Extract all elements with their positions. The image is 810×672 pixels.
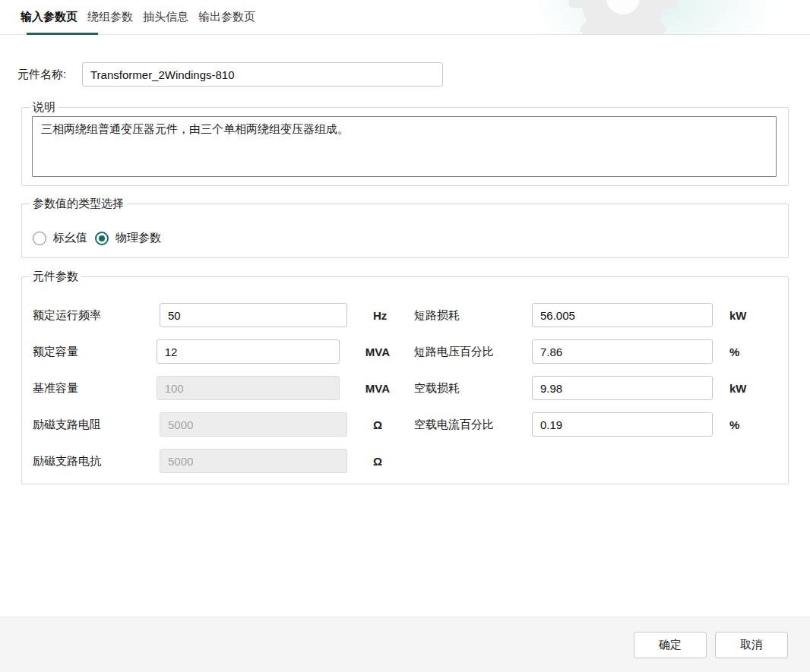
tab-label: 输入参数页 — [21, 10, 78, 24]
parameters-column-left: 额定运行频率 Hz 额定容量 MVA 基准容量 MVA 励磁支路 — [33, 303, 390, 485]
param-unit: Ω — [373, 418, 382, 431]
param-label: 短路损耗 — [414, 308, 532, 323]
component-name-input[interactable] — [82, 62, 443, 87]
param-unit: Ω — [373, 455, 382, 468]
param-input[interactable] — [160, 303, 347, 327]
param-label: 额定容量 — [33, 345, 157, 359]
param-label: 额定运行频率 — [33, 308, 160, 323]
component-name-row: 元件名称: — [17, 62, 443, 87]
parameters-legend: 元件参数 — [30, 270, 81, 284]
param-input[interactable] — [532, 303, 713, 327]
param-input — [157, 376, 340, 400]
param-unit: % — [729, 345, 739, 358]
tab-label: 输出参数页 — [198, 10, 255, 24]
param-unit: MVA — [365, 345, 390, 358]
param-input[interactable] — [157, 339, 340, 364]
radio-option-label: 标幺值 — [53, 231, 87, 245]
param-row: 额定容量 MVA — [33, 339, 390, 364]
tab-item[interactable]: 输入参数页 — [21, 0, 78, 35]
param-unit: % — [729, 418, 739, 431]
param-label: 励磁支路电抗 — [33, 454, 160, 469]
param-input — [160, 449, 347, 473]
param-type-groupbox: 参数值的类型选择 标幺值 物理参数 — [21, 197, 789, 258]
parameters-columns: 额定运行频率 Hz 额定容量 MVA 基准容量 MVA 励磁支路 — [33, 303, 788, 485]
param-input — [160, 412, 347, 437]
tab-bar: 输入参数页 绕组参数 抽头信息 输出参数页 — [0, 0, 810, 35]
radio-option[interactable]: 标幺值 — [33, 231, 87, 245]
radio-button-icon[interactable] — [33, 232, 46, 245]
parameters-column-right: 短路损耗 kW 短路电压百分比 % 空载损耗 kW 空载电流百分 — [414, 303, 747, 449]
tab-item[interactable]: 输出参数页 — [198, 0, 255, 35]
description-textarea[interactable]: 三相两绕组普通变压器元件，由三个单相两绕组变压器组成。 — [32, 116, 777, 177]
tab-label: 抽头信息 — [143, 10, 188, 24]
param-input[interactable] — [532, 339, 713, 364]
param-label: 空载电流百分比 — [414, 418, 532, 432]
tab-label: 绕组参数 — [87, 10, 133, 24]
cancel-button[interactable]: 取消 — [715, 632, 788, 658]
param-row: 励磁支路电抗 Ω — [33, 449, 390, 473]
description-legend: 说明 — [30, 100, 59, 115]
param-row: 短路损耗 kW — [414, 303, 747, 327]
param-row: 空载电流百分比 % — [414, 412, 747, 437]
param-row: 短路电压百分比 % — [414, 339, 747, 364]
param-label: 短路电压百分比 — [414, 345, 532, 359]
param-type-legend: 参数值的类型选择 — [30, 197, 127, 211]
param-input[interactable] — [532, 412, 713, 437]
radio-option-label: 物理参数 — [115, 231, 161, 245]
description-groupbox: 说明 三相两绕组普通变压器元件，由三个单相两绕组变压器组成。 — [21, 100, 789, 186]
param-type-radio-group: 标幺值 物理参数 — [33, 231, 788, 245]
param-unit: kW — [729, 382, 747, 395]
radio-option[interactable]: 物理参数 — [95, 231, 161, 245]
component-name-label: 元件名称: — [17, 68, 82, 82]
param-unit: kW — [729, 309, 747, 322]
param-label: 空载损耗 — [414, 381, 532, 396]
param-label: 基准容量 — [33, 381, 157, 396]
param-row: 励磁支路电阻 Ω — [33, 412, 390, 437]
parameters-groupbox: 元件参数 额定运行频率 Hz 额定容量 MVA 基准容量 — [21, 270, 789, 484]
radio-button-icon[interactable] — [95, 232, 109, 245]
param-input[interactable] — [532, 376, 713, 400]
param-label: 励磁支路电阻 — [33, 418, 160, 432]
param-row: 基准容量 MVA — [33, 376, 390, 400]
tab-item[interactable]: 抽头信息 — [143, 0, 188, 35]
param-row: 空载损耗 kW — [414, 376, 747, 400]
footer-bar: 确定 取消 — [0, 617, 810, 672]
tab-item[interactable]: 绕组参数 — [87, 0, 133, 35]
param-unit: Hz — [373, 309, 387, 322]
param-row: 额定运行频率 Hz — [33, 303, 390, 327]
ok-button[interactable]: 确定 — [634, 632, 707, 658]
param-unit: MVA — [365, 382, 390, 395]
